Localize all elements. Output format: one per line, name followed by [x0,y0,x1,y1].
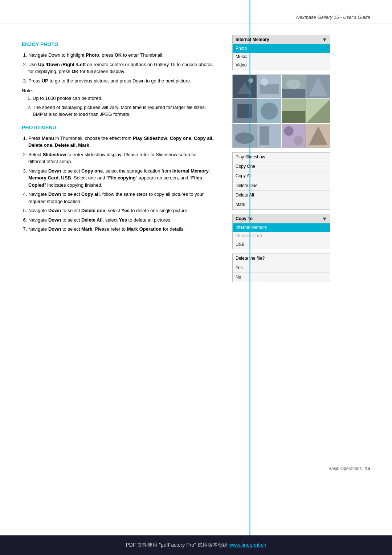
list-item: Navigate Down to select Delete one, sele… [28,207,214,214]
banner-link[interactable]: www.fineprint.cn [229,542,266,548]
list-item: Up to 1600 photos can be stored. [33,95,214,102]
svg-point-5 [261,78,268,86]
cyan-line-decoration [249,0,250,555]
svg-rect-4 [260,84,278,94]
menu-option-delete-one[interactable]: Delete One [233,181,330,191]
list-item: Navigate Down to select Copy one, select… [28,167,214,189]
svg-point-8 [286,80,301,89]
internal-memory-header: Internal Memory ▼ [233,35,330,44]
svg-rect-16 [282,111,306,123]
photo-menu-heading: PHOTO MENU [22,125,214,130]
enjoy-photo-list: Navigate Down to highlight Photo, press … [22,52,214,84]
svg-rect-23 [282,124,306,148]
photo-cell-2[interactable] [257,75,281,99]
main-content: ENJOY PHOTO Navigate Down to highlight P… [0,24,392,294]
page-number: 15 [364,466,370,471]
delete-panel: Delete the file? Yes No [232,254,330,283]
page-footer: Basic Operations 15 [328,466,370,471]
photo-cell-5[interactable] [233,99,257,123]
delete-question: Delete the file? [233,254,330,263]
right-column: Internal Memory ▼ Photo Music Video [225,31,341,294]
photo-cell-8[interactable] [306,99,330,123]
svg-point-24 [284,126,294,135]
menu-item-photo[interactable]: Photo [233,44,330,53]
menu-option-copy-one[interactable]: Copy One [233,162,330,171]
menu-item-music[interactable]: Music [233,53,330,61]
header-title: Nextbase Gallery 15 - User's Guide [296,15,370,20]
list-item: Select Slideshow to enter slideshow disp… [28,151,214,165]
copy-to-panel: Copy To ▼ Internal Memory Memory Card US… [232,214,330,249]
list-item: Press UP to go to the previous picture, … [28,77,214,85]
enjoy-photo-heading: ENJOY PHOTO [22,41,214,47]
internal-memory-label: Internal Memory [236,37,269,42]
internal-memory-panel: Internal Memory ▼ Photo Music Video [232,35,330,70]
dropdown-arrow-icon: ▼ [322,37,327,42]
footer-text: Basic Operations [328,466,362,471]
menu-option-play-slideshow[interactable]: Play Slideshow [233,153,330,162]
photo-cell-12[interactable] [306,124,330,148]
svg-point-14 [261,102,278,119]
photo-cell-6[interactable] [257,99,281,123]
photo-menu-list: Press Menu in Thumbnail, choose the effe… [22,135,214,233]
photo-cell-7[interactable] [282,99,306,123]
svg-rect-7 [282,89,306,98]
photo-cell-11[interactable] [282,124,306,148]
list-item: Navigate Down to highlight Photo, press … [28,52,214,59]
copy-to-header: Copy To ▼ [233,214,330,223]
photo-cell-1[interactable] [233,75,257,99]
note-label: Note: [22,88,214,93]
list-item: Use Up /Down /Right /Left on remote cont… [28,61,214,75]
list-item: The speed of displaying pictures will va… [33,104,214,118]
photo-cell-4[interactable] [306,75,330,99]
note-list: Up to 1600 photos can be stored. The spe… [22,95,214,118]
delete-yes[interactable]: Yes [233,263,330,273]
svg-point-20 [235,132,254,143]
svg-rect-22 [260,126,269,145]
list-item: Navigate Down to select Copy all, follow… [28,191,214,205]
photo-grid [232,74,330,148]
copy-internal-memory[interactable]: Internal Memory [233,223,330,232]
list-item: Navigate Down to select Mark. Please ref… [28,226,214,233]
list-item: Navigate Down to select Delete All, sele… [28,216,214,224]
banner-text: PDF 文件使用 "pdfFactory Pro" 试用版本创建 [126,542,229,548]
page-container: Nextbase Gallery 15 - User's Guide ENJOY… [0,0,392,555]
copy-usb[interactable]: USB [233,240,330,249]
delete-no[interactable]: No [233,273,330,282]
photo-menu-panel: Play Slideshow Copy One Copy All Delete … [232,152,330,210]
photo-cell-10[interactable] [257,124,281,148]
dropdown-arrow-copy-icon: ▼ [322,216,327,222]
page-header: Nextbase Gallery 15 - User's Guide [0,0,392,24]
bottom-banner: PDF 文件使用 "pdfFactory Pro" 试用版本创建 www.fin… [0,535,392,555]
menu-item-video[interactable]: Video [233,61,330,69]
photo-cell-9[interactable] [233,124,257,148]
copy-memory-card[interactable]: Memory Card [233,232,330,240]
menu-option-delete-all[interactable]: Delete All [233,191,330,200]
menu-option-copy-all[interactable]: Copy All [233,171,330,181]
photo-cell-3[interactable] [282,75,306,99]
left-column: ENJOY PHOTO Navigate Down to highlight P… [0,31,225,294]
svg-point-25 [294,135,303,145]
menu-option-mark[interactable]: Mark [233,200,330,209]
list-item: Press Menu in Thumbnail, choose the effe… [28,135,214,149]
